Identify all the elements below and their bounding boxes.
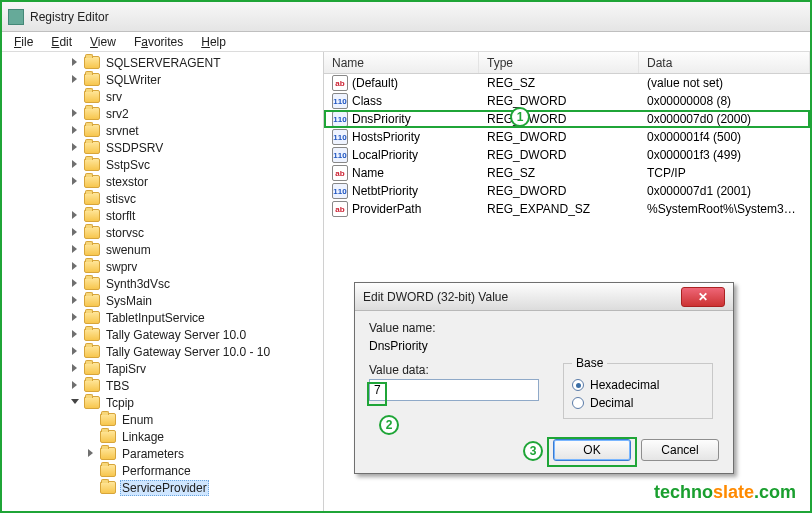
cancel-button[interactable]: Cancel — [641, 439, 719, 461]
expand-icon[interactable] — [70, 57, 81, 68]
col-data[interactable]: Data — [639, 52, 810, 73]
tree-item[interactable]: Tcpip — [6, 394, 323, 411]
expand-icon[interactable] — [70, 142, 81, 153]
radio-dec[interactable] — [572, 397, 584, 409]
dialog-title-bar[interactable]: Edit DWORD (32-bit) Value ✕ — [355, 283, 733, 311]
tree-item[interactable]: swenum — [6, 241, 323, 258]
value-type: REG_SZ — [479, 166, 639, 180]
binary-value-icon: 110 — [332, 93, 348, 109]
menu-favorites[interactable]: Favorites — [126, 34, 191, 50]
menu-edit[interactable]: Edit — [43, 34, 80, 50]
menu-bar: File Edit View Favorites Help — [2, 32, 810, 52]
registry-editor-window: Registry Editor File Edit View Favorites… — [0, 0, 812, 513]
tree-item[interactable]: Tally Gateway Server 10.0 - 10 — [6, 343, 323, 360]
value-data: TCP/IP — [639, 166, 810, 180]
value-row[interactable]: abProviderPathREG_EXPAND_SZ%SystemRoot%\… — [324, 200, 810, 218]
value-row[interactable]: 110DnsPriorityREG_DWORD0x000007d0 (2000) — [324, 110, 810, 128]
tree-item[interactable]: Enum — [6, 411, 323, 428]
tree-item[interactable]: Linkage — [6, 428, 323, 445]
expand-icon[interactable] — [70, 380, 81, 391]
tree-item[interactable]: Tally Gateway Server 10.0 — [6, 326, 323, 343]
tree-label: Performance — [120, 464, 193, 478]
tree-label: Synth3dVsc — [104, 277, 172, 291]
binary-value-icon: 110 — [332, 111, 348, 127]
tree-item[interactable]: TapiSrv — [6, 360, 323, 377]
tree-item[interactable]: Synth3dVsc — [6, 275, 323, 292]
tree-item[interactable]: SysMain — [6, 292, 323, 309]
tree-label: TabletInputService — [104, 311, 207, 325]
value-row[interactable]: 110NetbtPriorityREG_DWORD0x000007d1 (200… — [324, 182, 810, 200]
expand-icon[interactable] — [70, 312, 81, 323]
expand-icon[interactable] — [70, 295, 81, 306]
tree-item[interactable]: TabletInputService — [6, 309, 323, 326]
menu-file[interactable]: File — [6, 34, 41, 50]
registry-tree[interactable]: SQLSERVERAGENTSQLWritersrvsrv2srvnetSSDP… — [2, 52, 324, 511]
tree-item[interactable]: srv — [6, 88, 323, 105]
tree-item[interactable]: srv2 — [6, 105, 323, 122]
ok-button[interactable]: OK — [553, 439, 631, 461]
value-row[interactable]: abNameREG_SZTCP/IP — [324, 164, 810, 182]
value-data: 0x000007d1 (2001) — [639, 184, 810, 198]
tree-label: storflt — [104, 209, 137, 223]
tree-item[interactable]: stexstor — [6, 173, 323, 190]
folder-icon — [100, 447, 116, 460]
radio-hex-row[interactable]: Hexadecimal — [572, 378, 704, 392]
tree-item[interactable]: storflt — [6, 207, 323, 224]
expand-icon[interactable] — [70, 363, 81, 374]
menu-help[interactable]: Help — [193, 34, 234, 50]
value-row[interactable]: ab(Default)REG_SZ(value not set) — [324, 74, 810, 92]
value-row[interactable]: 110ClassREG_DWORD0x00000008 (8) — [324, 92, 810, 110]
expand-icon — [86, 414, 97, 425]
value-row[interactable]: 110LocalPriorityREG_DWORD0x000001f3 (499… — [324, 146, 810, 164]
binary-value-icon: 110 — [332, 129, 348, 145]
expand-icon[interactable] — [70, 74, 81, 85]
expand-icon[interactable] — [70, 261, 81, 272]
tree-item[interactable]: Parameters — [6, 445, 323, 462]
tree-item[interactable]: SstpSvc — [6, 156, 323, 173]
radio-dec-row[interactable]: Decimal — [572, 396, 704, 410]
tree-item[interactable]: Performance — [6, 462, 323, 479]
menu-view[interactable]: View — [82, 34, 124, 50]
value-data-label: Value data: — [369, 363, 539, 377]
expand-icon[interactable] — [70, 176, 81, 187]
expand-icon[interactable] — [70, 397, 81, 408]
folder-icon — [84, 141, 100, 154]
tree-item[interactable]: swprv — [6, 258, 323, 275]
folder-icon — [84, 396, 100, 409]
value-data-input[interactable] — [369, 379, 539, 401]
radio-hex[interactable] — [572, 379, 584, 391]
folder-icon — [84, 362, 100, 375]
expand-icon[interactable] — [70, 108, 81, 119]
col-type[interactable]: Type — [479, 52, 639, 73]
tree-item[interactable]: SQLWriter — [6, 71, 323, 88]
expand-icon[interactable] — [70, 210, 81, 221]
tree-item[interactable]: SQLSERVERAGENT — [6, 54, 323, 71]
expand-icon — [70, 91, 81, 102]
title-bar[interactable]: Registry Editor — [2, 2, 810, 32]
col-name[interactable]: Name — [324, 52, 479, 73]
expand-icon[interactable] — [70, 346, 81, 357]
window-title: Registry Editor — [30, 10, 109, 24]
tree-item[interactable]: srvnet — [6, 122, 323, 139]
tree-label: stisvc — [104, 192, 138, 206]
expand-icon[interactable] — [70, 159, 81, 170]
dialog-title: Edit DWORD (32-bit) Value — [363, 290, 508, 304]
expand-icon[interactable] — [70, 227, 81, 238]
expand-icon[interactable] — [70, 125, 81, 136]
value-row[interactable]: 110HostsPriorityREG_DWORD0x000001f4 (500… — [324, 128, 810, 146]
tree-label: Tally Gateway Server 10.0 - 10 — [104, 345, 272, 359]
tree-item[interactable]: TBS — [6, 377, 323, 394]
expand-icon[interactable] — [70, 329, 81, 340]
expand-icon[interactable] — [70, 244, 81, 255]
tree-item[interactable]: SSDPSRV — [6, 139, 323, 156]
list-header[interactable]: Name Type Data — [324, 52, 810, 74]
expand-icon[interactable] — [70, 278, 81, 289]
tree-item[interactable]: ServiceProvider — [6, 479, 323, 496]
close-icon[interactable]: ✕ — [681, 287, 725, 307]
tree-item[interactable]: stisvc — [6, 190, 323, 207]
edit-dword-dialog[interactable]: Edit DWORD (32-bit) Value ✕ Value name: … — [354, 282, 734, 474]
tree-item[interactable]: storvsc — [6, 224, 323, 241]
expand-icon[interactable] — [86, 448, 97, 459]
folder-icon — [84, 56, 100, 69]
folder-icon — [84, 277, 100, 290]
